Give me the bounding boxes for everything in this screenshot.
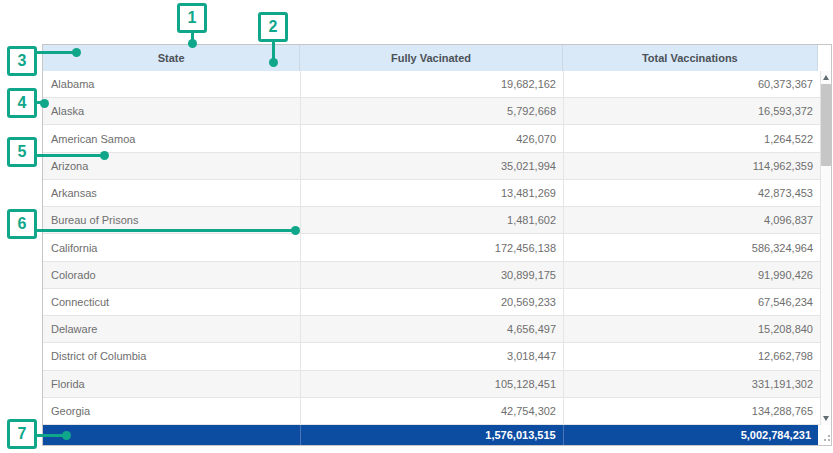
cell-fully-vacinated: 20,569,233 xyxy=(301,289,564,315)
cell-fully-vacinated: 30,899,175 xyxy=(301,262,564,288)
cell-total-vaccinations: 67,546,234 xyxy=(564,289,820,315)
cell-state: Alaska xyxy=(43,98,301,124)
scroll-up-icon xyxy=(823,75,829,80)
column-header-state: State xyxy=(43,45,300,71)
cell-total-vaccinations: 12,662,798 xyxy=(564,343,820,369)
cell-state: Georgia xyxy=(43,398,301,424)
cell-fully-vacinated: 4,656,497 xyxy=(301,316,564,342)
cell-total-vaccinations: 15,208,840 xyxy=(564,316,820,342)
callout-dot-2 xyxy=(269,58,278,67)
table-row[interactable]: Colorado30,899,17591,990,426 xyxy=(43,262,820,289)
cell-fully-vacinated: 1,481,602 xyxy=(301,207,564,233)
cell-state: Alabama xyxy=(43,71,301,97)
table-row[interactable]: California172,456,138586,324,964 xyxy=(43,234,820,261)
resize-grip-icon[interactable] xyxy=(822,435,830,443)
callout-marker-4: 4 xyxy=(7,88,37,118)
cell-total-vaccinations: 134,288,765 xyxy=(564,398,820,424)
vertical-scrollbar[interactable] xyxy=(820,71,831,425)
cell-total-vaccinations: 91,990,426 xyxy=(564,262,820,288)
cell-total-vaccinations: 16,593,372 xyxy=(564,98,820,124)
cell-fully-vacinated: 13,481,269 xyxy=(301,180,564,206)
cell-total-vaccinations: 331,191,302 xyxy=(564,371,820,397)
cell-fully-vacinated: 19,682,162 xyxy=(301,71,564,97)
callout-line-5 xyxy=(37,154,103,157)
table-summary-row: 1,576,013,515 5,002,784,231 xyxy=(43,425,831,445)
callout-dot-3 xyxy=(72,48,81,57)
callout-marker-7: 7 xyxy=(7,419,37,449)
cell-state: California xyxy=(43,234,301,260)
callout-dot-5 xyxy=(100,151,109,160)
callout-marker-5: 5 xyxy=(7,137,37,167)
cell-fully-vacinated: 35,021,994 xyxy=(301,153,564,179)
table-row[interactable]: American Samoa426,0701,264,522 xyxy=(43,125,820,152)
cell-fully-vacinated: 42,754,302 xyxy=(301,398,564,424)
table-row[interactable]: Arizona35,021,994114,962,359 xyxy=(43,153,820,180)
table-row[interactable]: Georgia42,754,302134,288,765 xyxy=(43,398,820,425)
cell-state: Florida xyxy=(43,371,301,397)
cell-fully-vacinated: 172,456,138 xyxy=(301,234,564,260)
cell-state: Arkansas xyxy=(43,180,301,206)
table-row[interactable]: Alabama19,682,16260,373,367 xyxy=(43,71,820,98)
callout-marker-6: 6 xyxy=(7,209,37,239)
header-scrollbar-spacer xyxy=(818,45,831,71)
column-header-total-vaccinations: Total Vaccinations xyxy=(563,45,818,71)
cell-state: American Samoa xyxy=(43,125,301,151)
cell-state: Connecticut xyxy=(43,289,301,315)
table-row[interactable]: Florida105,128,451331,191,302 xyxy=(43,371,820,398)
callout-marker-2: 2 xyxy=(258,12,288,42)
cell-fully-vacinated: 3,018,447 xyxy=(301,343,564,369)
summary-cell-total-vaccinations: 5,002,784,231 xyxy=(563,425,818,445)
table-row[interactable]: Delaware4,656,49715,208,840 xyxy=(43,316,820,343)
scrollbar-thumb[interactable] xyxy=(821,84,831,166)
cell-total-vaccinations: 114,962,359 xyxy=(564,153,820,179)
cell-state: District of Columbia xyxy=(43,343,301,369)
cell-state: Colorado xyxy=(43,262,301,288)
summary-cell-fully-vacinated: 1,576,013,515 xyxy=(300,425,562,445)
table-row[interactable]: Alaska5,792,66816,593,372 xyxy=(43,98,820,125)
scroll-up-button[interactable] xyxy=(821,71,831,84)
cell-total-vaccinations: 586,324,964 xyxy=(564,234,820,260)
summary-cell-state xyxy=(43,425,300,445)
table-body-area: Alabama19,682,16260,373,367Alaska5,792,6… xyxy=(43,71,831,425)
table-header-row: State Fully Vacinated Total Vaccinations xyxy=(43,45,831,71)
callout-dot-6 xyxy=(291,226,300,235)
footer-scrollbar-spacer xyxy=(818,425,831,445)
scroll-down-button[interactable] xyxy=(821,412,831,425)
table-widget: State Fully Vacinated Total Vaccinations… xyxy=(42,44,832,446)
cell-fully-vacinated: 426,070 xyxy=(301,125,564,151)
screenshot-canvas: State Fully Vacinated Total Vaccinations… xyxy=(0,0,833,453)
table-row[interactable]: Arkansas13,481,26942,873,453 xyxy=(43,180,820,207)
cell-total-vaccinations: 42,873,453 xyxy=(564,180,820,206)
cell-total-vaccinations: 60,373,367 xyxy=(564,71,820,97)
cell-fully-vacinated: 105,128,451 xyxy=(301,371,564,397)
table-row[interactable]: Connecticut20,569,23367,546,234 xyxy=(43,289,820,316)
callout-dot-7 xyxy=(62,431,71,440)
cell-total-vaccinations: 4,096,837 xyxy=(564,207,820,233)
table-row[interactable]: District of Columbia3,018,44712,662,798 xyxy=(43,343,820,370)
callout-dot-1 xyxy=(188,39,197,48)
table-body: Alabama19,682,16260,373,367Alaska5,792,6… xyxy=(43,71,820,425)
callout-dot-4 xyxy=(40,99,49,108)
callout-line-6 xyxy=(37,229,294,232)
cell-total-vaccinations: 1,264,522 xyxy=(564,125,820,151)
scroll-down-icon xyxy=(823,416,829,421)
callout-line-7 xyxy=(37,434,65,437)
cell-state: Delaware xyxy=(43,316,301,342)
cell-fully-vacinated: 5,792,668 xyxy=(301,98,564,124)
callout-marker-1: 1 xyxy=(177,3,207,33)
callout-line-3 xyxy=(37,51,74,54)
callout-marker-3: 3 xyxy=(7,46,37,76)
column-header-fully-vacinated: Fully Vacinated xyxy=(300,45,562,71)
